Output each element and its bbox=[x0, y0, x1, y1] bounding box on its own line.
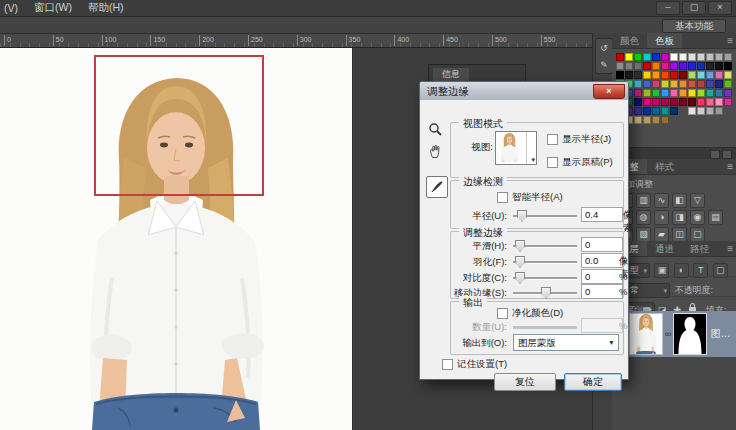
color-swatch[interactable] bbox=[634, 98, 642, 106]
color-swatch[interactable] bbox=[697, 62, 705, 70]
restore-button[interactable]: ▢ bbox=[682, 1, 706, 15]
workspace-switcher-button[interactable]: 基本功能 bbox=[662, 19, 726, 33]
layer-mask-thumbnail[interactable] bbox=[673, 313, 707, 355]
panel-menu-icon[interactable]: ≡ bbox=[727, 241, 733, 256]
tab-styles[interactable]: 样式 bbox=[647, 159, 682, 174]
color-swatch[interactable] bbox=[706, 62, 714, 70]
color-swatch[interactable] bbox=[706, 98, 714, 106]
radius-value-field[interactable]: 0.4 bbox=[581, 207, 623, 222]
color-swatch[interactable] bbox=[724, 62, 732, 70]
tab-swatches[interactable]: 色板 bbox=[647, 33, 682, 48]
color-swatch[interactable] bbox=[688, 53, 696, 61]
adjustment-icon[interactable]: ▽ bbox=[690, 193, 705, 208]
contrast-slider-thumb[interactable] bbox=[515, 272, 525, 284]
color-swatch[interactable] bbox=[724, 89, 732, 97]
view-dropdown-arrow-icon[interactable]: ▾ bbox=[531, 156, 535, 164]
color-swatch[interactable] bbox=[634, 71, 642, 79]
minimize-button[interactable]: – bbox=[656, 1, 680, 15]
color-swatch[interactable] bbox=[643, 53, 651, 61]
color-swatch[interactable] bbox=[706, 107, 714, 115]
color-swatch[interactable] bbox=[670, 89, 678, 97]
shift-edge-value-field[interactable]: 0 bbox=[581, 284, 623, 299]
show-original-checkbox[interactable]: 显示原稿(P) bbox=[547, 156, 613, 169]
filter-shape-layers-icon[interactable]: ▢ bbox=[713, 263, 728, 278]
adjustment-icon[interactable]: ◑ bbox=[654, 210, 669, 225]
dock-menu-icon[interactable] bbox=[722, 150, 732, 159]
color-swatch[interactable] bbox=[625, 62, 633, 70]
dialog-close-button[interactable]: × bbox=[593, 84, 625, 99]
color-swatch[interactable] bbox=[679, 89, 687, 97]
checkbox-box[interactable] bbox=[547, 134, 558, 145]
color-swatch[interactable] bbox=[625, 71, 633, 79]
color-swatch[interactable] bbox=[661, 71, 669, 79]
color-swatch[interactable] bbox=[634, 89, 642, 97]
color-swatch[interactable] bbox=[652, 53, 660, 61]
color-swatch[interactable] bbox=[670, 80, 678, 88]
color-swatch[interactable] bbox=[661, 62, 669, 70]
color-swatch[interactable] bbox=[706, 71, 714, 79]
horizontal-ruler[interactable]: 050100150200250300350400450500550 bbox=[0, 34, 592, 48]
color-swatch[interactable] bbox=[652, 98, 660, 106]
color-swatch[interactable] bbox=[625, 53, 633, 61]
color-swatch[interactable] bbox=[715, 80, 723, 88]
color-swatch[interactable] bbox=[724, 98, 732, 106]
adjustment-icon[interactable]: ▢ bbox=[690, 227, 705, 242]
color-swatch[interactable] bbox=[643, 116, 651, 124]
decontaminate-colors-checkbox[interactable]: 净化颜色(D) bbox=[497, 307, 563, 320]
color-swatch[interactable] bbox=[652, 80, 660, 88]
color-swatch[interactable] bbox=[715, 107, 723, 115]
color-swatch[interactable] bbox=[688, 98, 696, 106]
collapse-panels-icon[interactable] bbox=[710, 150, 720, 159]
color-swatch[interactable] bbox=[697, 71, 705, 79]
filter-type-layers-icon[interactable]: T bbox=[693, 263, 708, 278]
brush-presets-icon[interactable]: ✎ bbox=[600, 60, 608, 70]
color-swatch[interactable] bbox=[661, 89, 669, 97]
color-swatch[interactable] bbox=[706, 89, 714, 97]
color-swatch[interactable] bbox=[634, 53, 642, 61]
mask-link-icon[interactable]: ∞ bbox=[665, 329, 671, 339]
zoom-tool-icon[interactable] bbox=[428, 122, 444, 138]
output-to-select[interactable]: 图层蒙版▼ bbox=[513, 334, 619, 351]
adjustment-icon[interactable]: ◉ bbox=[690, 210, 705, 225]
show-radius-checkbox[interactable]: 显示半径(J) bbox=[547, 133, 611, 146]
color-swatch[interactable] bbox=[661, 98, 669, 106]
color-swatch[interactable] bbox=[652, 71, 660, 79]
color-swatch[interactable] bbox=[679, 62, 687, 70]
adjustment-icon[interactable]: ◨ bbox=[672, 210, 687, 225]
color-swatch[interactable] bbox=[652, 89, 660, 97]
color-swatch[interactable] bbox=[715, 53, 723, 61]
menu-item[interactable]: 帮助(H) bbox=[88, 1, 124, 15]
color-swatch[interactable] bbox=[652, 107, 660, 115]
checkbox-box[interactable] bbox=[497, 308, 508, 319]
color-swatch[interactable] bbox=[715, 71, 723, 79]
checkbox-box[interactable] bbox=[547, 157, 558, 168]
color-swatch[interactable] bbox=[679, 98, 687, 106]
tab-paths[interactable]: 路径 bbox=[682, 241, 717, 256]
color-swatch[interactable] bbox=[688, 107, 696, 115]
color-swatch[interactable] bbox=[679, 53, 687, 61]
menu-item[interactable]: 窗口(W) bbox=[34, 1, 72, 15]
dialog-title-bar[interactable]: 调整边缘 × bbox=[420, 82, 628, 101]
color-swatch[interactable] bbox=[634, 62, 642, 70]
layer-name[interactable]: 图层 0 bbox=[710, 327, 732, 341]
color-swatch[interactable] bbox=[661, 116, 669, 124]
checkbox-box[interactable] bbox=[442, 359, 453, 370]
color-swatch[interactable] bbox=[715, 89, 723, 97]
smart-radius-checkbox[interactable]: 智能半径(A) bbox=[497, 191, 563, 204]
adjustment-icon[interactable]: ▥ bbox=[636, 193, 651, 208]
adjustment-icon[interactable]: ▰ bbox=[654, 227, 669, 242]
color-swatch[interactable] bbox=[643, 80, 651, 88]
color-swatch[interactable] bbox=[688, 80, 696, 88]
adjustment-icon[interactable]: ◧ bbox=[672, 193, 687, 208]
color-swatch[interactable] bbox=[688, 89, 696, 97]
color-swatch[interactable] bbox=[706, 53, 714, 61]
color-swatch[interactable] bbox=[634, 80, 642, 88]
color-swatch[interactable] bbox=[724, 71, 732, 79]
checkbox-box[interactable] bbox=[497, 192, 508, 203]
history-icon[interactable]: ↺ bbox=[600, 43, 608, 53]
color-swatch[interactable] bbox=[697, 80, 705, 88]
color-swatch[interactable] bbox=[715, 98, 723, 106]
color-swatch[interactable] bbox=[661, 107, 669, 115]
color-swatch[interactable] bbox=[643, 107, 651, 115]
color-swatch[interactable] bbox=[688, 62, 696, 70]
